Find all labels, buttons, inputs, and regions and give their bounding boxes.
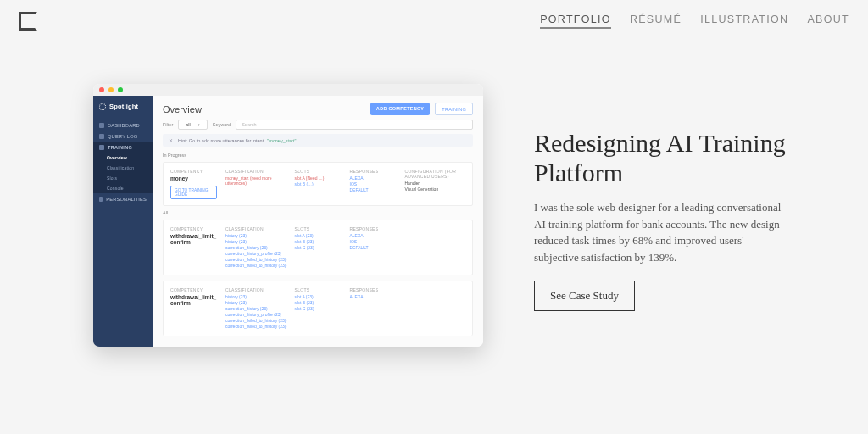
section-all: All bbox=[153, 209, 483, 217]
minimize-icon bbox=[108, 87, 114, 92]
site-logo[interactable] bbox=[19, 12, 37, 31]
dashboard-icon bbox=[99, 123, 104, 128]
hero-text: Redesigning AI Training Platform I was t… bbox=[534, 120, 788, 312]
close-icon[interactable]: ✕ bbox=[169, 137, 173, 143]
filter-label: Filter bbox=[163, 122, 173, 127]
sidebar-item-personalities[interactable]: PERSONALITIES bbox=[93, 193, 153, 204]
hint-text: Hint: Go to add more utterances for inte… bbox=[178, 138, 264, 143]
competency-name: money bbox=[170, 175, 217, 181]
app-main: Overview ADD COMPETENCY TRAINING Filter … bbox=[153, 96, 483, 347]
training-button[interactable]: TRAINING bbox=[435, 103, 473, 115]
keyword-label: Keyword bbox=[213, 122, 231, 127]
sidebar-item-training[interactable]: TRAINING bbox=[93, 142, 153, 153]
nav-about[interactable]: ABOUT bbox=[807, 14, 849, 29]
keyword-input[interactable]: Search bbox=[236, 120, 473, 130]
page-title: Overview bbox=[163, 104, 202, 114]
hint-keyword: "money_start" bbox=[267, 138, 296, 143]
competency-card: COMPETENCY withdrawal_limit_confirm CLAS… bbox=[163, 220, 473, 275]
case-study-button[interactable]: See Case Study bbox=[534, 281, 635, 311]
app-sidebar: Spotlight DASHBOARD QUERY LOG TRAINING O… bbox=[93, 96, 153, 347]
macos-window-controls bbox=[93, 84, 483, 96]
sidebar-sub-classification[interactable]: Classification bbox=[93, 163, 153, 173]
maximize-icon bbox=[118, 87, 123, 92]
personalities-icon bbox=[99, 197, 103, 202]
add-competency-button[interactable]: ADD COMPETENCY bbox=[370, 103, 430, 115]
nav-resume[interactable]: RÉSUMÉ bbox=[630, 14, 682, 29]
brand-name: Spotlight bbox=[109, 103, 138, 110]
competency-card: COMPETENCY withdrawal_limit_confirm CLAS… bbox=[163, 281, 473, 336]
nav-illustration[interactable]: ILLUSTRATION bbox=[700, 14, 788, 29]
training-guide-button[interactable]: GO TO TRAINING GUIDE bbox=[170, 186, 217, 199]
sidebar-sub-overview[interactable]: Overview bbox=[93, 153, 153, 163]
training-icon bbox=[99, 145, 104, 150]
close-icon bbox=[99, 87, 104, 92]
hero-body: I was the sole web designer for a leadin… bbox=[534, 199, 788, 265]
hint-banner: ✕ Hint: Go to add more utterances for in… bbox=[163, 134, 473, 147]
nav-portfolio[interactable]: PORTFOLIO bbox=[540, 14, 611, 29]
sidebar-item-querylog[interactable]: QUERY LOG bbox=[93, 131, 153, 142]
sidebar-sub-slots[interactable]: Slots bbox=[93, 173, 153, 183]
section-inprogress: In Progress bbox=[153, 151, 483, 159]
filter-select[interactable]: all bbox=[178, 120, 208, 130]
sidebar-item-dashboard[interactable]: DASHBOARD bbox=[93, 120, 153, 131]
top-nav: PORTFOLIO RÉSUMÉ ILLUSTRATION ABOUT bbox=[540, 14, 849, 29]
sidebar-sub-console[interactable]: Console bbox=[93, 183, 153, 193]
competency-name: withdrawal_limit_confirm bbox=[170, 233, 217, 245]
brand-icon bbox=[99, 103, 106, 110]
competency-name: withdrawal_limit_confirm bbox=[170, 294, 217, 306]
competency-card: COMPETENCY money GO TO TRAINING GUIDE CL… bbox=[163, 162, 473, 206]
hero-title: Redesigning AI Training Platform bbox=[534, 128, 788, 188]
app-brand: Spotlight bbox=[93, 96, 153, 117]
project-screenshot: Spotlight DASHBOARD QUERY LOG TRAINING O… bbox=[93, 84, 483, 347]
querylog-icon bbox=[99, 134, 104, 139]
